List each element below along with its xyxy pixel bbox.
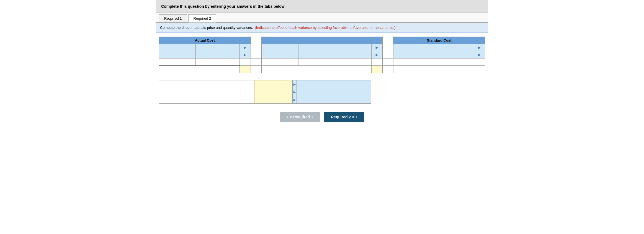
variance-row-3: ► bbox=[159, 96, 371, 104]
variance-arrow-1: ► bbox=[292, 80, 297, 88]
sc-input-2a[interactable] bbox=[393, 51, 430, 58]
bottom-nav: ‹ < Required 1 Required 2 > › bbox=[156, 108, 488, 125]
mid-input-2a[interactable] bbox=[262, 51, 298, 58]
variance-yellow-input-2[interactable] bbox=[254, 88, 292, 96]
mid-plain-3b[interactable] bbox=[298, 60, 335, 65]
question-text: Compute the direct materials price and q… bbox=[160, 26, 253, 30]
top-table: Actual Cost Standard Cost ► ► bbox=[159, 37, 485, 73]
variance-section: ► ► bbox=[156, 80, 488, 108]
variance-yellow-input-1[interactable] bbox=[254, 80, 292, 88]
tab-required-2[interactable]: Required 2 bbox=[188, 14, 217, 22]
variance-blue-input-2[interactable] bbox=[297, 88, 371, 96]
mid-input-1b[interactable] bbox=[298, 44, 335, 51]
tab-required-1[interactable]: Required 1 bbox=[159, 14, 187, 22]
ac-plain-3b[interactable] bbox=[196, 59, 239, 64]
variance-label-2 bbox=[159, 88, 254, 96]
actual-cost-header: Actual Cost bbox=[159, 37, 251, 44]
next-button-label: Required 2 > bbox=[331, 115, 354, 119]
variance-row-2: ► bbox=[159, 88, 371, 96]
next-chevron-icon: › bbox=[356, 115, 357, 119]
variance-yellow-input-3[interactable] bbox=[254, 96, 292, 104]
ac-input-2a[interactable] bbox=[159, 51, 195, 58]
prev-button[interactable]: ‹ < Required 1 bbox=[280, 112, 320, 122]
ac-input-1b[interactable] bbox=[196, 44, 239, 51]
ac-input-1a[interactable] bbox=[159, 44, 195, 51]
variance-arrow-2: ► bbox=[292, 88, 297, 96]
variance-label-1 bbox=[159, 80, 254, 88]
mid-input-2c[interactable] bbox=[335, 51, 371, 58]
standard-cost-header: Standard Cost bbox=[393, 37, 485, 44]
main-container: Complete this question by entering your … bbox=[156, 0, 488, 125]
variance-blue-input-1[interactable] bbox=[297, 80, 371, 88]
spacer bbox=[156, 76, 488, 80]
mid-input-2b[interactable] bbox=[298, 51, 335, 58]
question-hint: (Indicate the effect of each variance by… bbox=[255, 26, 396, 30]
variance-table: ► ► bbox=[159, 80, 371, 104]
variance-yellow-3 bbox=[254, 96, 293, 104]
sc-plain-3b[interactable] bbox=[430, 60, 474, 65]
mid-plain-3a[interactable] bbox=[262, 60, 298, 65]
sc-input-1a[interactable] bbox=[393, 44, 430, 51]
mid-input-1a[interactable] bbox=[262, 44, 298, 51]
mid-plain-3c[interactable] bbox=[335, 60, 371, 65]
tabs-bar: Required 1 Required 2 bbox=[156, 13, 488, 23]
table-row-yellow bbox=[159, 66, 485, 73]
sc-plain-3a[interactable] bbox=[393, 60, 430, 65]
middle-group-header bbox=[262, 37, 382, 44]
variance-blue-2 bbox=[297, 88, 371, 96]
table-row bbox=[159, 58, 485, 66]
sc-input-1b[interactable] bbox=[430, 44, 474, 51]
variance-yellow-2 bbox=[254, 88, 293, 96]
variance-blue-1 bbox=[297, 80, 371, 88]
variance-blue-3 bbox=[297, 96, 371, 104]
variance-blue-input-3[interactable] bbox=[297, 96, 371, 103]
prev-button-label: < Required 1 bbox=[290, 115, 313, 119]
yellow-mid-2[interactable] bbox=[372, 66, 382, 73]
variance-yellow-1 bbox=[254, 80, 293, 88]
sc-input-2b[interactable] bbox=[430, 51, 474, 58]
next-button[interactable]: Required 2 > › bbox=[324, 112, 364, 122]
variance-row-1: ► bbox=[159, 80, 371, 88]
variance-arrow-3: ► bbox=[292, 96, 297, 104]
instruction-text: Complete this question by entering your … bbox=[161, 4, 285, 9]
question-bar: Compute the direct materials price and q… bbox=[156, 23, 488, 33]
prev-chevron-icon: ‹ bbox=[287, 115, 288, 119]
instruction-bar: Complete this question by entering your … bbox=[156, 0, 488, 13]
yellow-mid-1[interactable] bbox=[240, 66, 251, 73]
table-row: ► ► ► bbox=[159, 44, 485, 51]
mid-input-1c[interactable] bbox=[335, 44, 371, 51]
table-row: ► ► ► bbox=[159, 51, 485, 58]
variance-label-3 bbox=[159, 96, 254, 104]
ac-plain-3a[interactable] bbox=[159, 59, 195, 64]
ac-input-2b[interactable] bbox=[196, 51, 239, 58]
top-table-section: Actual Cost Standard Cost ► ► bbox=[156, 33, 488, 76]
